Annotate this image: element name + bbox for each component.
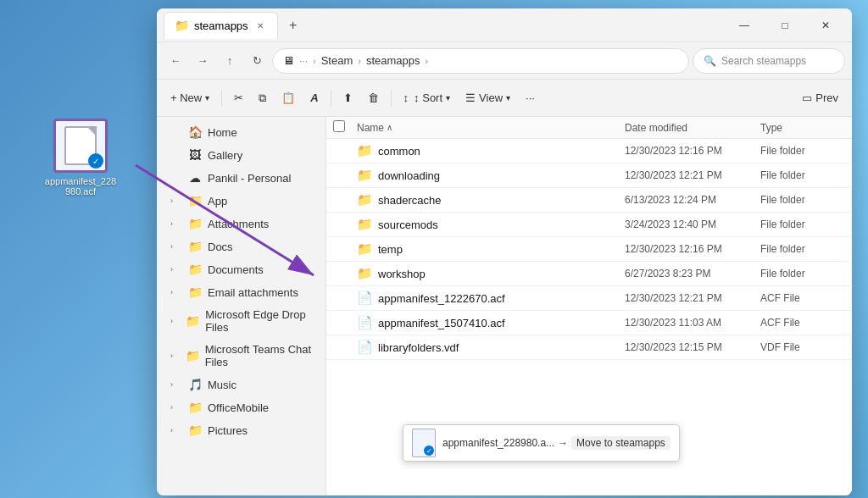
sidebar-item-3[interactable]: › 📁 App [160, 190, 322, 212]
file-rows-container: 📁 common 12/30/2023 12:16 PM File folder… [326, 139, 852, 360]
share-icon: ⬆ [343, 91, 353, 104]
drag-arrow-text: appmanifest_228980.a... → Move to steama… [442, 436, 670, 450]
cut-icon: ✂ [234, 91, 243, 104]
sidebar-item-7[interactable]: › 📁 Email attachments [160, 281, 322, 303]
address-pc-icon: 🖥 [283, 54, 294, 67]
more-icon: ··· [526, 91, 535, 104]
sidebar-icon-4: 📁 [187, 217, 203, 230]
minimize-button[interactable]: — [725, 12, 764, 39]
address-more: ··· [299, 55, 308, 67]
sidebar-icon-11: 📁 [187, 401, 203, 414]
refresh-button[interactable]: ↻ [245, 49, 269, 73]
back-button[interactable]: ← [164, 49, 187, 73]
rename-button[interactable]: A [303, 85, 325, 112]
address-bar[interactable]: 🖥 ··· › Steam › steamapps › [272, 48, 689, 74]
breadcrumb-sep-1: › [313, 56, 316, 66]
up-button[interactable]: ↑ [218, 49, 242, 73]
explorer-window: 📁 steamapps ✕ + — □ ✕ ← → ↑ ↻ 🖥 ··· › St… [157, 8, 852, 495]
tab-folder-icon: 📁 [175, 19, 189, 32]
row-type-4: File folder [760, 243, 845, 255]
active-tab[interactable]: 📁 steamapps ✕ [164, 12, 278, 39]
desktop-icon[interactable]: ✓ appmanifest_228980.acf [42, 119, 119, 196]
sidebar-item-2[interactable]: ☁ Pankil - Personal [160, 167, 322, 189]
view-button[interactable]: ☰ View ▾ [459, 85, 517, 112]
sidebar-chevron-9: › [170, 351, 181, 360]
desktop-icon-label: appmanifest_228980.acf [42, 176, 119, 196]
desktop-icon-image: ✓ [53, 119, 108, 173]
sidebar-item-9[interactable]: › 📁 Microsoft Teams Chat Files [160, 339, 322, 373]
copy-icon: ⧉ [259, 91, 266, 105]
row-name-1: downloading [378, 169, 625, 182]
folder-icon: 📁 [357, 266, 373, 281]
row-name-4: temp [378, 243, 625, 256]
row-type-6: ACF File [760, 292, 845, 304]
sidebar-item-6[interactable]: › 📁 Documents [160, 258, 322, 280]
paste-button[interactable]: 📋 [275, 85, 302, 112]
share-button[interactable]: ⬆ [337, 85, 359, 112]
new-button[interactable]: + New ▾ [164, 85, 216, 112]
sidebar-item-10[interactable]: › 🎵 Music [160, 374, 322, 396]
sidebar-icon-10: 🎵 [187, 378, 203, 391]
file-row[interactable]: 📁 sourcemods 3/24/2023 12:40 PM File fol… [326, 213, 852, 237]
folder-icon: 📁 [357, 192, 373, 208]
move-to-label: Move to steamapps [571, 436, 670, 450]
file-row[interactable]: 📁 workshop 6/27/2023 8:23 PM File folder [326, 262, 852, 286]
file-row[interactable]: 📄 appmanifest_1222670.acf 12/30/2023 12:… [326, 286, 852, 311]
date-column-header[interactable]: Date modified [625, 122, 760, 134]
sort-icon: ↕ [403, 91, 409, 104]
forward-button[interactable]: → [191, 49, 214, 73]
sidebar-item-0[interactable]: 🏠 Home [160, 121, 322, 143]
folder-icon: 📁 [357, 241, 373, 257]
sidebar-item-1[interactable]: 🖼 Gallery [160, 144, 322, 166]
file-row[interactable]: 📁 downloading 12/30/2023 12:21 PM File f… [326, 163, 852, 188]
sidebar-item-11[interactable]: › 📁 OfficeMobile [160, 396, 322, 418]
sidebar-chevron-10: › [170, 380, 182, 389]
folder-icon: 📁 [357, 217, 373, 232]
file-row[interactable]: 📁 shadercache 6/13/2023 12:24 PM File fo… [326, 188, 852, 213]
breadcrumb-steam[interactable]: Steam [321, 54, 353, 67]
sidebar-label-11: OfficeMobile [208, 401, 269, 414]
type-column-header[interactable]: Type [760, 122, 845, 134]
select-all-checkbox[interactable] [333, 120, 345, 132]
file-row[interactable]: 📄 appmanifest_1507410.acf 12/30/2023 11:… [326, 311, 852, 335]
close-button[interactable]: ✕ [806, 12, 845, 39]
sidebar-label-3: App [208, 195, 227, 208]
drag-preview-icon: ✓ [412, 429, 436, 457]
sidebar-label-2: Pankil - Personal [208, 172, 291, 185]
name-column-header[interactable]: Name ∧ [357, 122, 625, 134]
sidebar-item-4[interactable]: › 📁 Attachments [160, 213, 322, 235]
preview-button[interactable]: ▭ Prev [795, 85, 845, 112]
sidebar-item-8[interactable]: › 📁 Microsoft Edge Drop Files [160, 304, 322, 338]
sidebar-chevron-7: › [170, 288, 182, 296]
sidebar-label-6: Documents [208, 263, 264, 276]
delete-button[interactable]: 🗑 [361, 85, 386, 112]
sort-chevron: ▾ [446, 93, 450, 102]
new-tab-button[interactable]: + [281, 14, 305, 37]
file-icon: 📄 [357, 315, 373, 330]
search-icon: 🔍 [704, 55, 716, 67]
row-type-0: File folder [760, 145, 845, 157]
window-controls: — □ ✕ [725, 12, 845, 39]
row-name-8: libraryfolders.vdf [378, 341, 625, 354]
breadcrumb-steamapps[interactable]: steamapps [366, 54, 420, 67]
file-row[interactable]: 📁 common 12/30/2023 12:16 PM File folder [326, 139, 852, 163]
tab-close-button[interactable]: ✕ [253, 19, 267, 32]
toolbar-divider-2 [331, 90, 331, 107]
search-box[interactable]: 🔍 Search steamapps [693, 48, 845, 74]
cut-button[interactable]: ✂ [227, 85, 250, 112]
row-date-2: 6/13/2023 12:24 PM [625, 194, 760, 206]
sidebar-item-12[interactable]: › 📁 Pictures [160, 419, 322, 441]
sidebar-icon-3: 📁 [187, 194, 203, 208]
view-label: View [479, 91, 503, 104]
more-options-button[interactable]: ··· [519, 85, 542, 112]
sidebar-item-5[interactable]: › 📁 Docs [160, 235, 322, 257]
sidebar-label-8: Microsoft Edge Drop Files [205, 308, 315, 334]
sidebar-chevron-3: › [170, 196, 182, 205]
file-row[interactable]: 📁 temp 12/30/2023 12:16 PM File folder [326, 237, 852, 262]
sort-button[interactable]: ↕ ↕ Sort ▾ [397, 85, 457, 112]
tab-area: 📁 steamapps ✕ + [164, 12, 725, 39]
copy-button[interactable]: ⧉ [252, 85, 273, 112]
row-date-8: 12/30/2023 12:15 PM [625, 341, 760, 353]
file-row[interactable]: 📄 libraryfolders.vdf 12/30/2023 12:15 PM… [326, 335, 852, 360]
maximize-button[interactable]: □ [765, 12, 804, 39]
